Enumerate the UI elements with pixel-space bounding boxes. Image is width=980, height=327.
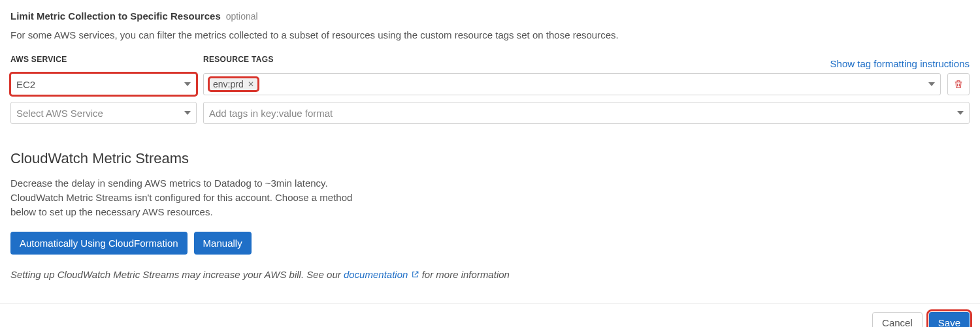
aws-service-select-row1[interactable]: EC2 xyxy=(10,73,197,95)
trash-icon xyxy=(953,79,964,89)
section-title: Limit Metric Collection to Specific Reso… xyxy=(10,10,221,22)
tag-chip-envprd[interactable]: env:prd ✕ xyxy=(209,78,258,91)
aws-service-label: AWS SERVICE xyxy=(10,55,197,64)
aws-service-placeholder: Select AWS Service xyxy=(16,108,103,119)
documentation-link[interactable]: documentation xyxy=(344,269,419,280)
external-link-icon xyxy=(411,270,419,279)
cloudwatch-line2: CloudWatch Metric Streams isn't configur… xyxy=(10,192,352,217)
delete-row-button[interactable] xyxy=(947,73,970,95)
cloudwatch-heading: CloudWatch Metric Streams xyxy=(10,150,970,167)
resource-tags-label: RESOURCE TAGS xyxy=(203,55,274,64)
show-tag-instructions-link[interactable]: Show tag formatting instructions xyxy=(830,58,970,69)
cancel-button[interactable]: Cancel xyxy=(872,312,923,327)
auto-cloudformation-button[interactable]: Automatically Using CloudFormation xyxy=(10,232,188,255)
save-button[interactable]: Save xyxy=(929,312,970,327)
cloudwatch-note: Setting up CloudWatch Metric Streams may… xyxy=(10,269,970,280)
resource-tags-input-row1[interactable]: env:prd ✕ xyxy=(203,73,941,95)
note-suffix: for more information xyxy=(419,269,510,280)
cloudwatch-line1: Decrease the delay in sending AWS metric… xyxy=(10,178,328,189)
tag-chip-label: env:prd xyxy=(213,79,244,89)
chevron-down-icon xyxy=(957,111,964,115)
footer-actions: Cancel Save xyxy=(0,304,980,327)
manually-button[interactable]: Manually xyxy=(194,232,252,255)
note-prefix: Setting up CloudWatch Metric Streams may… xyxy=(10,269,344,280)
chevron-down-icon xyxy=(184,82,191,86)
tag-remove-icon[interactable]: ✕ xyxy=(248,80,254,89)
section-description: For some AWS services, you can filter th… xyxy=(10,29,970,40)
chevron-down-icon xyxy=(928,82,935,86)
limit-metric-section: Limit Metric Collection to Specific Reso… xyxy=(10,10,970,124)
cloudwatch-description: Decrease the delay in sending AWS metric… xyxy=(10,176,376,219)
aws-service-value: EC2 xyxy=(16,79,35,90)
optional-label: optional xyxy=(226,11,258,22)
tags-placeholder: Add tags in key:value format xyxy=(209,108,333,119)
resource-tags-input-row2[interactable]: Add tags in key:value format xyxy=(203,102,970,124)
aws-service-select-row2[interactable]: Select AWS Service xyxy=(10,102,197,124)
chevron-down-icon xyxy=(184,111,191,115)
